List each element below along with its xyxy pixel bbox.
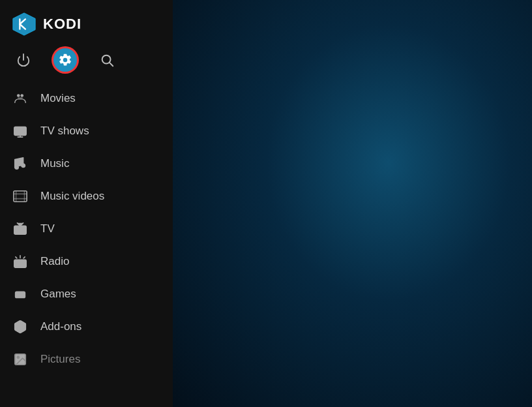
movies-icon	[12, 90, 29, 107]
svg-point-34	[17, 356, 19, 358]
kodi-logo-icon	[12, 12, 37, 37]
games-label: Games	[40, 288, 76, 301]
power-button[interactable]	[12, 48, 35, 72]
tv-icon	[12, 220, 29, 237]
app-title: KODI	[43, 16, 81, 33]
settings-button[interactable]	[53, 48, 77, 72]
radio-label: Radio	[40, 255, 69, 268]
tvshows-icon	[12, 123, 29, 140]
sidebar: KODI	[0, 0, 173, 407]
svg-point-22	[16, 262, 19, 265]
svg-line-26	[23, 257, 25, 258]
top-icons-bar	[0, 43, 173, 80]
addons-icon	[12, 318, 29, 335]
svg-point-8	[17, 94, 20, 97]
pictures-label: Pictures	[40, 353, 80, 366]
nav-item-tv[interactable]: TV	[0, 213, 173, 245]
nav-item-radio[interactable]: Radio	[0, 245, 173, 278]
svg-point-14	[22, 164, 25, 168]
nav-item-music[interactable]: Music	[0, 147, 173, 180]
navigation-list: Movies TV shows Music	[0, 80, 173, 407]
svg-rect-20	[14, 226, 26, 234]
logo-area: KODI	[0, 0, 173, 43]
search-button[interactable]	[95, 48, 119, 72]
svg-line-7	[110, 63, 113, 66]
music-icon	[12, 155, 29, 172]
nav-item-tvshows[interactable]: TV shows	[0, 115, 173, 147]
nav-item-pictures[interactable]: Pictures	[0, 343, 173, 376]
svg-point-13	[15, 166, 19, 170]
main-content	[173, 0, 532, 407]
games-icon	[12, 286, 29, 303]
svg-point-9	[20, 94, 23, 97]
nav-item-movies[interactable]: Movies	[0, 82, 173, 115]
radio-icon	[12, 253, 29, 270]
addons-label: Add-ons	[40, 320, 81, 333]
svg-rect-10	[14, 127, 26, 136]
svg-line-25	[16, 257, 17, 258]
movies-label: Movies	[40, 92, 76, 105]
musicvideos-label: Music videos	[40, 190, 104, 203]
musicvideos-icon	[12, 188, 29, 205]
tvshows-label: TV shows	[40, 125, 89, 138]
music-label: Music	[40, 157, 69, 170]
nav-item-addons[interactable]: Add-ons	[0, 310, 173, 343]
pictures-icon	[12, 351, 29, 368]
tv-label: TV	[40, 222, 55, 235]
nav-item-games[interactable]: Games	[0, 278, 173, 310]
nav-item-musicvideos[interactable]: Music videos	[0, 180, 173, 213]
